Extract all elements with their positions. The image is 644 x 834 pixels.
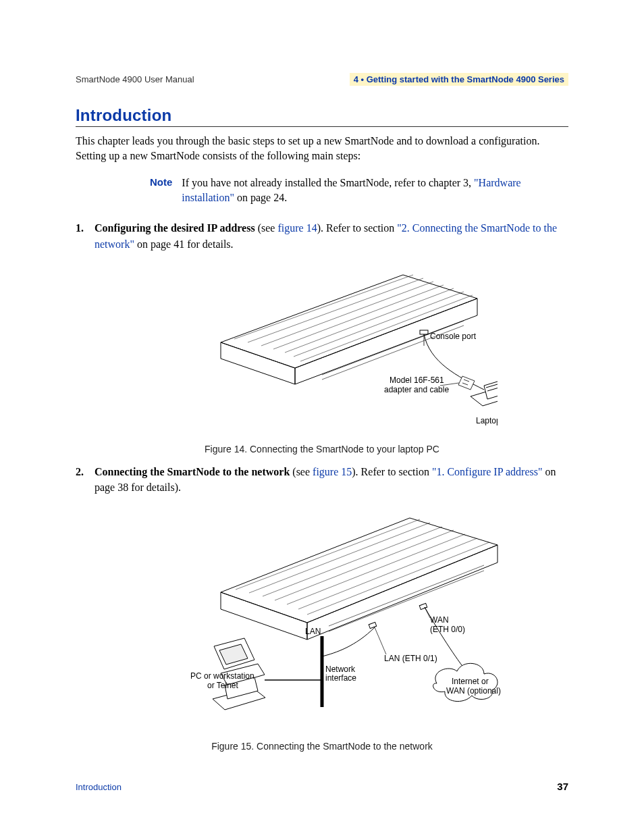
page-footer: Introduction 37	[76, 781, 568, 792]
step-1-after-bold: (see	[255, 222, 278, 234]
step-2-after-fig: ). Refer to section	[352, 466, 432, 477]
intro-paragraph: This chapter leads you through the basic…	[76, 134, 568, 163]
svg-marker-2	[295, 298, 477, 384]
note-text: If you have not already installed the Sm…	[182, 176, 568, 205]
fig14-label-console-port: Console port	[430, 332, 477, 341]
fig15-label-pc-2: or Telnet	[207, 681, 238, 690]
figure-15-svg: WAN (ETH 0/0) Internet or WAN (optional)…	[119, 504, 525, 734]
step-2-figure-link[interactable]: figure 15	[313, 466, 352, 477]
figure-14-caption: Figure 14. Connecting the SmartNode to y…	[76, 444, 568, 454]
step-2: Connecting the SmartNode to the network …	[76, 464, 568, 495]
svg-line-9	[300, 295, 473, 361]
svg-marker-0	[221, 275, 477, 368]
step-1-after-fig: ). Refer to section	[317, 222, 398, 234]
svg-line-26	[236, 519, 420, 590]
steps-list-2: Connecting the SmartNode to the network …	[76, 464, 568, 495]
svg-marker-15	[458, 376, 475, 390]
fig15-label-wan: WAN	[430, 615, 449, 625]
fig14-label-laptop: Laptop PC	[476, 416, 498, 425]
svg-line-31	[298, 538, 477, 609]
figure-14: Console port Model 16F-561 adapter and c…	[76, 261, 568, 454]
step-1-figure-link[interactable]: figure 14	[277, 222, 317, 234]
note-text-after: on page 24.	[234, 192, 287, 203]
section-rule	[76, 126, 568, 127]
svg-marker-24	[221, 592, 307, 640]
step-2-section-link[interactable]: "1. Configure IP address"	[432, 466, 543, 477]
fig14-label-adapter-1: Model 16F-561	[390, 375, 444, 385]
svg-line-32	[307, 542, 489, 615]
note-label: Note	[150, 176, 182, 205]
figure-15-caption: Figure 15. Connecting the SmartNode to t…	[76, 741, 568, 752]
fig15-label-pc-1: PC or workstation	[190, 671, 254, 681]
figure-15: WAN (ETH 0/0) Internet or WAN (optional)…	[76, 504, 568, 752]
page: SmartNode 4900 User Manual 4 • Getting s…	[0, 0, 644, 834]
svg-marker-1	[221, 342, 295, 384]
step-1: Configuring the desired IP address (see …	[76, 220, 568, 251]
step-1-bold: Configuring the desired IP address	[95, 222, 255, 234]
step-2-bold: Connecting the SmartNode to the network	[95, 466, 290, 477]
fig15-label-lan: LAN	[305, 627, 321, 636]
svg-rect-35	[369, 623, 376, 629]
note-text-before: If you have not already installed the Sm…	[182, 177, 474, 188]
svg-line-38	[375, 627, 386, 654]
fig15-label-cloud-1: Internet or	[452, 677, 489, 686]
fig14-label-adapter-2: adapter and cable	[384, 385, 449, 394]
figure-14-svg: Console port Model 16F-561 adapter and c…	[146, 261, 498, 437]
header-left: SmartNode 4900 User Manual	[76, 74, 194, 84]
note-block: Note If you have not already installed t…	[150, 176, 568, 205]
svg-line-28	[263, 527, 442, 596]
running-header: SmartNode 4900 User Manual 4 • Getting s…	[76, 73, 568, 86]
fig15-label-cloud-2: WAN (optional)	[446, 686, 501, 696]
step-1-tail: on page 41 for details.	[134, 238, 234, 250]
section-title: Introduction	[76, 106, 568, 125]
header-right: 4 • Getting started with the SmartNode 4…	[350, 73, 568, 86]
fig15-label-netif-1: Network	[325, 664, 356, 674]
fig15-label-wan-sub: (ETH 0/0)	[430, 625, 465, 634]
step-2-after-bold: (see	[290, 466, 313, 477]
svg-line-3	[234, 275, 413, 339]
footer-page-number: 37	[557, 781, 568, 792]
svg-rect-36	[419, 604, 427, 610]
svg-line-27	[249, 523, 430, 593]
steps-list: Configuring the desired IP address (see …	[76, 220, 568, 251]
svg-rect-13	[420, 330, 428, 334]
svg-line-10	[322, 321, 464, 375]
svg-line-4	[248, 278, 423, 342]
fig15-label-netif-2: interface	[325, 673, 356, 683]
fig15-label-lan-port: LAN (ETH 0/1)	[384, 654, 437, 663]
footer-section-link[interactable]: Introduction	[76, 782, 122, 792]
svg-line-33	[329, 565, 484, 626]
svg-line-34	[329, 571, 484, 631]
